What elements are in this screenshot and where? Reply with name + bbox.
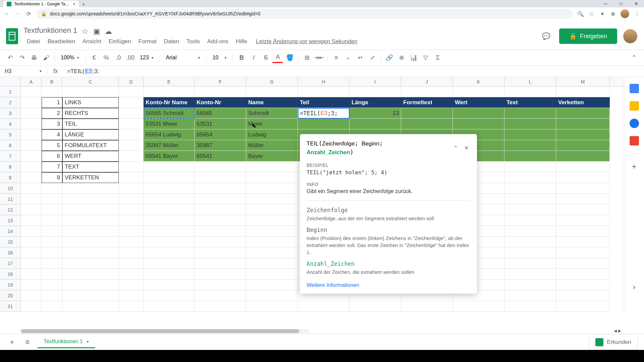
cell-A9[interactable] bbox=[21, 172, 42, 183]
cell-C10[interactable] bbox=[62, 183, 119, 194]
row-header[interactable]: 3 bbox=[0, 108, 21, 119]
cell-B4[interactable]: 3 bbox=[42, 119, 62, 129]
comments-button[interactable]: 💬 bbox=[540, 29, 553, 43]
cell-F11[interactable] bbox=[195, 194, 246, 204]
cell-A4[interactable] bbox=[21, 119, 42, 129]
cell-G2[interactable]: Name bbox=[246, 97, 298, 108]
cell-G8[interactable] bbox=[246, 162, 298, 172]
cell-A19[interactable] bbox=[21, 280, 42, 290]
cell-D13[interactable] bbox=[119, 215, 144, 226]
horizontal-scrollbar[interactable] bbox=[21, 329, 309, 333]
cell-E19[interactable] bbox=[144, 280, 195, 290]
chart-button[interactable]: 📊 bbox=[408, 52, 419, 63]
name-box[interactable]: H3 ▼ bbox=[0, 68, 47, 74]
cell-L8[interactable] bbox=[504, 162, 556, 172]
row-header[interactable]: 8 bbox=[0, 162, 21, 172]
row-header[interactable]: 5 bbox=[0, 129, 21, 140]
col-header-h[interactable]: H bbox=[298, 77, 350, 86]
cell-J4[interactable] bbox=[401, 119, 453, 129]
sheet-tab-menu-icon[interactable]: ▼ bbox=[86, 340, 90, 344]
cell-D2[interactable] bbox=[119, 97, 144, 108]
cell-L14[interactable] bbox=[504, 226, 556, 237]
cell-B17[interactable] bbox=[42, 258, 62, 269]
cell-F10[interactable] bbox=[195, 183, 246, 194]
cell-F19[interactable] bbox=[195, 280, 246, 290]
calendar-icon[interactable] bbox=[630, 84, 639, 93]
cell-G7[interactable]: Bayer bbox=[246, 151, 298, 162]
col-header-f[interactable]: F bbox=[195, 77, 246, 86]
cell-M1[interactable] bbox=[556, 86, 610, 97]
col-header-d[interactable]: D bbox=[119, 77, 144, 86]
cell-E13[interactable] bbox=[144, 215, 195, 226]
cell-D18[interactable] bbox=[119, 269, 144, 280]
profile-avatar-icon[interactable] bbox=[621, 9, 629, 18]
row-header[interactable]: 20 bbox=[0, 290, 21, 301]
row-header[interactable]: 18 bbox=[0, 269, 21, 280]
cell-J2[interactable]: Formeltext bbox=[401, 97, 453, 108]
cell-C13[interactable] bbox=[62, 215, 119, 226]
cell-G14[interactable] bbox=[246, 226, 298, 237]
cell-L11[interactable] bbox=[504, 194, 556, 204]
cell-F2[interactable]: Konto-Nr bbox=[195, 97, 246, 108]
col-header-l[interactable]: L bbox=[504, 77, 556, 86]
menu-einfuegen[interactable]: Einfügen bbox=[105, 37, 135, 46]
cell-A1[interactable] bbox=[21, 86, 42, 97]
cell-B8[interactable]: 7 bbox=[42, 162, 62, 172]
window-maximize[interactable]: □ bbox=[613, 0, 629, 7]
strike-button[interactable]: S bbox=[260, 52, 271, 63]
row-header[interactable]: 16 bbox=[0, 247, 21, 258]
cell-A8[interactable] bbox=[21, 162, 42, 172]
cell-E10[interactable] bbox=[144, 183, 195, 194]
cell-L13[interactable] bbox=[504, 215, 556, 226]
cell-E9[interactable] bbox=[144, 172, 195, 183]
cell-D15[interactable] bbox=[119, 237, 144, 247]
row-header[interactable]: 9 bbox=[0, 172, 21, 183]
cell-B21[interactable] bbox=[42, 301, 62, 312]
menu-tools[interactable]: Tools bbox=[183, 37, 203, 46]
cell-L5[interactable] bbox=[504, 129, 556, 140]
cell-F12[interactable] bbox=[195, 204, 246, 215]
cell-G16[interactable] bbox=[246, 247, 298, 258]
cell-B10[interactable] bbox=[42, 183, 62, 194]
cell-B11[interactable] bbox=[42, 194, 62, 204]
col-header-j[interactable]: J bbox=[401, 77, 453, 86]
cell-L1[interactable] bbox=[504, 86, 556, 97]
cell-E12[interactable] bbox=[144, 204, 195, 215]
cell-K2[interactable]: Wert bbox=[453, 97, 504, 108]
cell-E21[interactable] bbox=[144, 301, 195, 312]
cell-B7[interactable]: 6 bbox=[42, 151, 62, 162]
cell-B16[interactable] bbox=[42, 247, 62, 258]
cell-C1[interactable] bbox=[62, 86, 119, 97]
cell-A12[interactable] bbox=[21, 204, 42, 215]
cell-I2[interactable]: Länge bbox=[350, 97, 401, 108]
row-header[interactable]: 2 bbox=[0, 97, 21, 108]
menu-addons[interactable]: Add-ons bbox=[204, 37, 232, 46]
cell-C4[interactable]: TEIL bbox=[62, 119, 119, 129]
cell-B12[interactable] bbox=[42, 204, 62, 215]
percent-button[interactable]: % bbox=[101, 52, 112, 63]
select-all-corner[interactable] bbox=[0, 77, 21, 86]
zoom-icon[interactable]: 🔍 bbox=[578, 11, 584, 17]
scroll-left-icon[interactable]: ◀ bbox=[614, 328, 617, 333]
cell-K3[interactable] bbox=[453, 108, 504, 119]
cell-D5[interactable] bbox=[119, 129, 144, 140]
wrap-button[interactable]: ↵ bbox=[355, 52, 366, 63]
share-button[interactable]: 🔒 Freigeben bbox=[559, 28, 617, 44]
last-edit-link[interactable]: Letzte Änderung vor wenigen Sekunden bbox=[251, 37, 362, 46]
cell-F9[interactable] bbox=[195, 172, 246, 183]
cell-H1[interactable] bbox=[298, 86, 350, 97]
url-bar[interactable]: 🔒 docs.google.com/spreadsheets/d/1rn3osC… bbox=[36, 9, 573, 19]
cell-A7[interactable] bbox=[21, 151, 42, 162]
menu-hilfe[interactable]: Hilfe bbox=[232, 37, 251, 46]
menu-daten[interactable]: Daten bbox=[161, 37, 182, 46]
menu-format[interactable]: Format bbox=[135, 37, 160, 46]
cell-A14[interactable] bbox=[21, 226, 42, 237]
cell-D19[interactable] bbox=[119, 280, 144, 290]
comment-button[interactable]: ⊕ bbox=[396, 52, 407, 63]
keep-icon[interactable] bbox=[630, 101, 639, 111]
cell-C20[interactable] bbox=[62, 290, 119, 301]
cell-H21[interactable] bbox=[298, 301, 350, 312]
menu-ansicht[interactable]: Ansicht bbox=[79, 37, 105, 46]
cell-M5[interactable] bbox=[556, 129, 610, 140]
cell-L17[interactable] bbox=[504, 258, 556, 269]
